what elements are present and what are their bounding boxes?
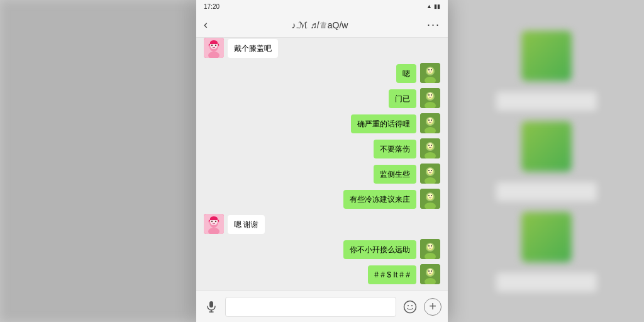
nav-bar: ‹ ♪.ℳ ♬/♕aQ/w ··· (196, 13, 448, 38)
avatar (420, 63, 440, 83)
svg-point-80 (431, 195, 432, 196)
svg-point-51 (428, 94, 430, 96)
avatar (420, 88, 440, 108)
battery-icon: ▮▮ (434, 3, 440, 9)
more-button[interactable]: ··· (427, 18, 440, 31)
message-bubble: 监侧生些 (374, 165, 416, 184)
chat-area: 服折了 对不对 没事呢 (196, 38, 448, 291)
emoji-button[interactable] (401, 298, 419, 316)
avatar (420, 113, 440, 133)
svg-point-93 (431, 245, 432, 247)
avatar (204, 214, 224, 234)
svg-point-100 (431, 270, 432, 272)
avatar (420, 239, 440, 259)
blur-text-1 (496, 92, 597, 111)
avatar (420, 189, 440, 209)
svg-point-86 (215, 221, 216, 222)
svg-point-99 (428, 270, 430, 272)
svg-point-105 (408, 305, 409, 306)
svg-point-37 (211, 45, 213, 46)
message-bubble: 不要落伤 (374, 140, 416, 158)
message-row: 戴个膝盖吧 (204, 38, 440, 58)
add-button[interactable]: + (424, 298, 441, 316)
blur-text-3 (496, 273, 597, 292)
message-row: 有些冷冻建议来庄 (204, 189, 440, 209)
svg-point-45 (431, 69, 432, 70)
chat-title: ♪.ℳ ♬/♕aQ/w (213, 20, 427, 30)
right-blur-panel (449, 0, 644, 322)
svg-point-85 (211, 221, 213, 222)
svg-point-44 (428, 69, 430, 70)
message-bubble: 确严重的话得哩 (351, 114, 416, 133)
message-bubble: 嗯 (396, 64, 416, 83)
svg-point-72 (428, 170, 430, 171)
svg-point-73 (431, 170, 432, 171)
message-row: # # $ It # # (204, 264, 440, 284)
blur-avatar-3 (521, 212, 572, 262)
status-icons: ▲ ▮▮ (426, 3, 440, 9)
status-time: 17:20 (204, 3, 219, 10)
svg-point-66 (431, 145, 432, 146)
message-row: 监侧生些 (204, 164, 440, 184)
message-row: 门已 (204, 88, 440, 108)
avatar (420, 164, 440, 184)
avatar (420, 138, 440, 158)
voice-button[interactable] (203, 298, 220, 316)
message-bubble: 你不小幵接么远助 (343, 240, 416, 259)
back-button[interactable]: ‹ (204, 18, 208, 31)
blur-avatar-1 (521, 31, 572, 81)
message-row: 嗯 (204, 63, 440, 83)
svg-point-104 (404, 301, 416, 313)
message-row: 不要落伤 (204, 138, 440, 158)
message-bubble: 戴个膝盖吧 (228, 39, 278, 58)
svg-point-52 (431, 94, 432, 96)
svg-point-65 (428, 145, 430, 146)
message-row: 嗯 谢谢 (204, 214, 440, 234)
message-row: 你不小幵接么远助 (204, 239, 440, 259)
message-bubble: 门已 (389, 89, 416, 108)
svg-point-92 (428, 245, 430, 247)
message-bubble: 嗯 谢谢 (228, 215, 265, 234)
blur-avatar-2 (521, 121, 572, 172)
svg-point-59 (431, 119, 432, 121)
status-bar: 17:20 ▲ ▮▮ (196, 0, 448, 13)
bottom-bar: + (196, 291, 448, 322)
avatar (204, 38, 224, 58)
phone-frame: 17:20 ▲ ▮▮ ‹ ♪.ℳ ♬/♕aQ/w ··· 服折了 (196, 0, 448, 322)
svg-point-38 (215, 45, 216, 46)
message-bubble: # # $ It # # (368, 265, 416, 284)
message-row: 确严重的话得哩 (204, 113, 440, 133)
blur-text-2 (496, 182, 597, 201)
left-blur-panel (0, 0, 195, 322)
svg-point-58 (428, 119, 430, 121)
svg-rect-101 (209, 301, 213, 308)
svg-point-79 (428, 195, 430, 196)
message-input[interactable] (225, 297, 396, 317)
avatar (420, 264, 440, 284)
message-bubble: 有些冷冻建议来庄 (343, 190, 416, 209)
svg-point-106 (411, 305, 413, 306)
wifi-icon: ▲ (426, 3, 432, 9)
